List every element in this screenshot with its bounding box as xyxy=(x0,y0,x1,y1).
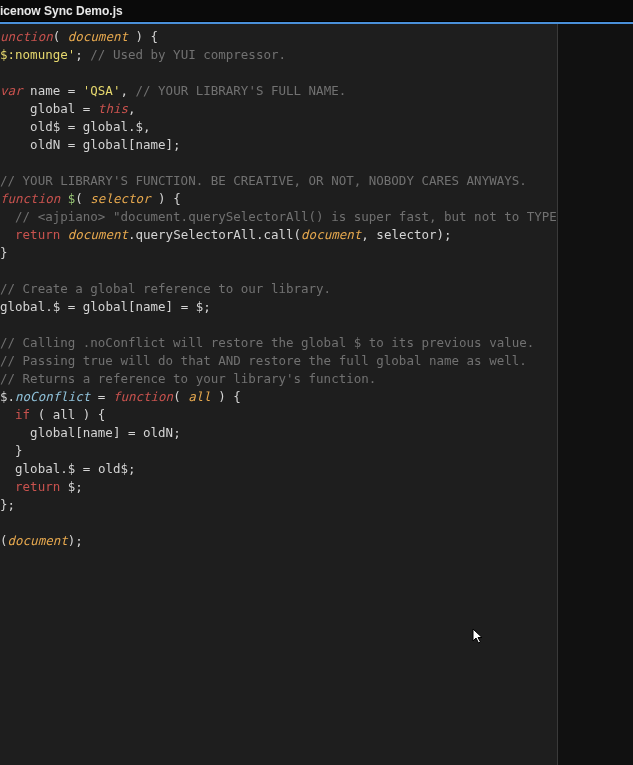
code-line[interactable]: } xyxy=(0,244,557,262)
code-line[interactable]: (document); xyxy=(0,532,557,550)
code-line[interactable] xyxy=(0,316,557,334)
code-line[interactable]: }; xyxy=(0,496,557,514)
code-line[interactable]: } xyxy=(0,442,557,460)
code-line[interactable]: var name = 'QSA', // YOUR LIBRARY'S FULL… xyxy=(0,82,557,100)
active-tab[interactable]: icenow Sync Demo.js xyxy=(0,0,133,21)
code-line[interactable]: // Passing true will do that AND restore… xyxy=(0,352,557,370)
code-line[interactable]: // Returns a reference to your library's… xyxy=(0,370,557,388)
code-line[interactable]: global.$ = old$; xyxy=(0,460,557,478)
code-line[interactable]: // <ajpiano> "document.querySelectorAll(… xyxy=(0,208,557,226)
code-line[interactable]: if ( all ) { xyxy=(0,406,557,424)
code-line[interactable] xyxy=(0,262,557,280)
code-line[interactable]: oldN = global[name]; xyxy=(0,136,557,154)
code-line[interactable]: // Calling .noConflict will restore the … xyxy=(0,334,557,352)
code-line[interactable] xyxy=(0,514,557,532)
side-panel xyxy=(558,24,633,765)
code-line[interactable]: global[name] = oldN; xyxy=(0,424,557,442)
code-line[interactable]: return document.querySelectorAll.call(do… xyxy=(0,226,557,244)
editor-wrap: unction( document ) {$:nomunge'; // Used… xyxy=(0,24,633,765)
code-line[interactable]: global = this, xyxy=(0,100,557,118)
tab-title: icenow Sync Demo.js xyxy=(0,4,123,18)
code-line[interactable]: $.noConflict = function( all ) { xyxy=(0,388,557,406)
code-line[interactable]: old$ = global.$, xyxy=(0,118,557,136)
tab-bar: icenow Sync Demo.js xyxy=(0,0,633,22)
code-line[interactable]: global.$ = global[name] = $; xyxy=(0,298,557,316)
code-line[interactable]: unction( document ) { xyxy=(0,28,557,46)
code-line[interactable] xyxy=(0,64,557,82)
code-editor[interactable]: unction( document ) {$:nomunge'; // Used… xyxy=(0,24,558,765)
code-line[interactable] xyxy=(0,154,557,172)
code-line[interactable]: function $( selector ) { xyxy=(0,190,557,208)
code-line[interactable]: $:nomunge'; // Used by YUI compressor. xyxy=(0,46,557,64)
code-line[interactable]: // Create a global reference to our libr… xyxy=(0,280,557,298)
code-line[interactable]: return $; xyxy=(0,478,557,496)
code-line[interactable]: // YOUR LIBRARY'S FUNCTION. BE CREATIVE,… xyxy=(0,172,557,190)
